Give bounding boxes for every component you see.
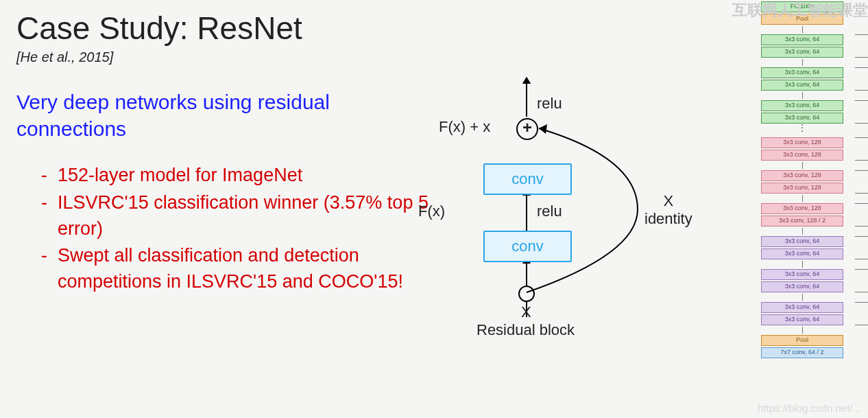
arch-gap	[740, 162, 864, 169]
label-relu-top: relu	[537, 95, 562, 113]
arch-layer: 3x3 conv, 128	[761, 203, 843, 214]
arch-layer: 3x3 conv, 64	[761, 236, 843, 247]
label-x-identity: X identity	[644, 192, 692, 228]
arch-layer: 3x3 conv, 64	[761, 100, 843, 111]
slide-citation: [He et al., 2015]	[16, 49, 703, 65]
arch-pair: 3x3 conv, 643x3 conv, 64	[740, 34, 864, 58]
arch-skip-curve	[855, 302, 868, 325]
arch-layer: 3x3 conv, 64	[761, 67, 843, 78]
arch-layer: 3x3 conv, 64	[761, 269, 843, 280]
bullet-list: 152-layer model for ImageNet ILSVRC'15 c…	[16, 163, 442, 295]
arch-skip-curve	[855, 269, 868, 292]
arch-layer: 7x7 conv, 64 / 2	[761, 347, 843, 358]
arch-layer: 3x3 conv, 64	[761, 302, 843, 313]
label-fx: F(x)	[418, 202, 445, 220]
arch-pair: 3x3 conv, 643x3 conv, 64	[740, 236, 864, 259]
arch-gap	[740, 261, 864, 268]
arch-layer: 3x3 conv, 128	[761, 183, 843, 194]
bullet-item: Swept all classification and detection c…	[58, 243, 442, 295]
arch-gap	[740, 294, 864, 301]
arch-layer: 3x3 conv, 64	[761, 34, 843, 45]
arch-layer: 3x3 conv, 64	[761, 281, 843, 292]
svg-marker-0	[539, 124, 547, 134]
arch-gap	[740, 92, 864, 99]
arch-skip-curve	[855, 236, 868, 259]
arch-gap	[740, 195, 864, 202]
arch-layer: 3x3 conv, 128	[761, 150, 843, 161]
label-caption: Residual block	[477, 321, 575, 339]
arch-layer: 3x3 conv, 64	[761, 47, 843, 58]
architecture-column: FC 1000Pool3x3 conv, 643x3 conv, 643x3 c…	[740, 0, 864, 418]
watermark-top-right: 互联网人工智能课堂	[732, 0, 868, 21]
arch-pair: 3x3 conv, 643x3 conv, 64	[740, 100, 864, 124]
arch-pair: 3x3 conv, 1283x3 conv, 128	[740, 137, 864, 161]
arch-pair: 3x3 conv, 1283x3 conv, 128 / 2	[740, 203, 864, 227]
arch-pair: 3x3 conv, 1283x3 conv, 128	[740, 170, 864, 194]
arch-layer: 3x3 conv, 64	[761, 248, 843, 259]
arch-layer: 3x3 conv, 128 / 2	[761, 216, 843, 227]
arch-dots: ⋮	[740, 125, 864, 136]
arch-skip-curve	[855, 34, 868, 58]
arch-skip-curve	[855, 100, 868, 124]
arch-skip-curve	[855, 170, 868, 194]
arch-skip-curve	[855, 67, 868, 91]
arch-gap	[740, 26, 864, 33]
bullet-item: ILSVRC'15 classification winner (3.57% t…	[58, 190, 442, 242]
arch-layer: 3x3 conv, 128	[761, 170, 843, 181]
arch-layer: Pool	[761, 335, 843, 346]
arch-pair: 3x3 conv, 643x3 conv, 64	[740, 302, 864, 325]
slide-title: Case Study: ResNet	[16, 10, 703, 47]
label-x-in: X	[521, 303, 531, 321]
label-fx-plus-x: F(x) + x	[439, 118, 490, 136]
arch-layer: 3x3 conv, 128	[761, 137, 843, 148]
arch-pair: 3x3 conv, 643x3 conv, 64	[740, 67, 864, 91]
slide-area: Case Study: ResNet [He et al., 2015] Ver…	[0, 0, 720, 418]
bullet-item: 152-layer model for ImageNet	[58, 163, 442, 189]
arch-skip-curve	[855, 137, 868, 161]
watermark-bottom-right: https://blog.csdn.net/...	[758, 402, 861, 414]
residual-block-diagram: + conv conv relu F(x) + x relu F(x) X id…	[411, 82, 706, 357]
arch-layer: 3x3 conv, 64	[761, 314, 843, 325]
arch-gap	[740, 59, 864, 66]
arch-pair: 3x3 conv, 643x3 conv, 64	[740, 269, 864, 292]
arch-layer: 3x3 conv, 64	[761, 80, 843, 91]
arch-skip-curve	[855, 203, 868, 227]
arch-gap	[740, 327, 864, 334]
label-relu-mid: relu	[537, 202, 562, 220]
arch-gap	[740, 228, 864, 235]
slide-subtitle: Very deep networks using residual connec…	[16, 89, 373, 142]
